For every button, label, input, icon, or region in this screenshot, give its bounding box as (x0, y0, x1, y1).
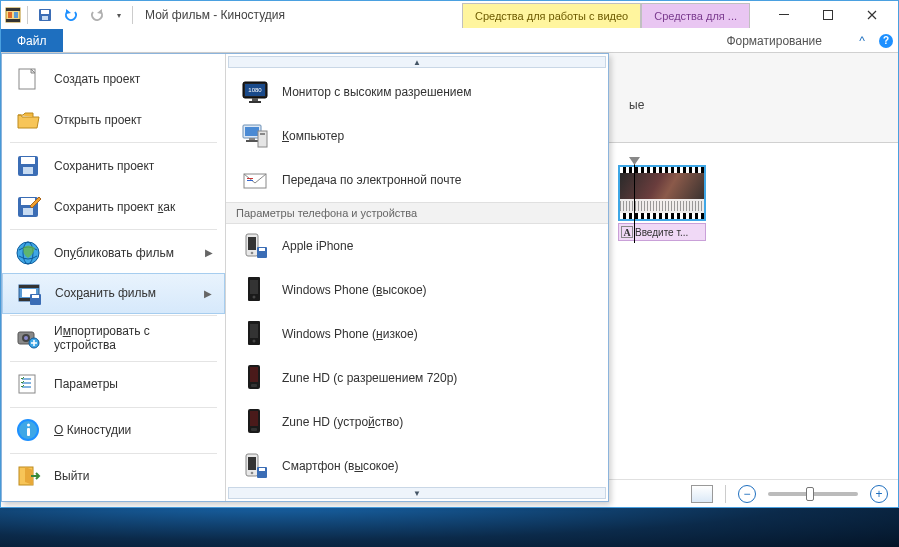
svg-point-52 (251, 252, 254, 255)
thumbnail-size-button[interactable] (691, 485, 713, 503)
label: Zune HD (устройство) (282, 415, 403, 429)
context-tab-video[interactable]: Средства для работы с видео (462, 3, 641, 28)
svg-rect-12 (21, 157, 35, 164)
qat-redo-button[interactable] (86, 4, 108, 26)
monitor-icon: 1080 (240, 78, 268, 106)
submenu-iphone[interactable]: Apple iPhone (226, 224, 608, 268)
computer-icon (240, 122, 268, 150)
close-button[interactable] (850, 1, 894, 29)
collapse-ribbon-button[interactable]: ^ (850, 29, 874, 52)
minimize-button[interactable] (762, 1, 806, 29)
submenu-computer[interactable]: Компьютер (226, 114, 608, 158)
label: Компьютер (282, 129, 344, 143)
label: Apple iPhone (282, 239, 353, 253)
file-menu-about[interactable]: О Киностудии (2, 410, 225, 451)
caption-text: Введите т... (635, 227, 688, 238)
svg-rect-39 (252, 98, 258, 101)
zoom-in-button[interactable]: + (870, 485, 888, 503)
options-icon (14, 370, 42, 398)
svg-rect-56 (250, 280, 258, 294)
submenu-section-header: Параметры телефона и устройства (226, 202, 608, 224)
svg-rect-51 (248, 237, 256, 250)
exit-icon (14, 462, 42, 490)
label: Сохранить проект как (54, 200, 175, 214)
svg-rect-71 (259, 468, 265, 471)
svg-rect-33 (27, 428, 30, 436)
qat-undo-button[interactable] (60, 4, 82, 26)
svg-rect-1 (6, 8, 20, 11)
label: Windows Phone (высокое) (282, 283, 427, 297)
zoom-slider[interactable] (768, 492, 858, 496)
chevron-right-icon: ▶ (204, 288, 212, 299)
svg-rect-46 (260, 133, 265, 135)
label: Zune HD (с разрешением 720p) (282, 371, 457, 385)
desktop-background (0, 508, 899, 547)
file-menu: Создать проект Открыть проект Сохранить … (1, 53, 609, 502)
submenu-zune-720p[interactable]: Zune HD (с разрешением 720p) (226, 356, 608, 400)
open-icon (14, 106, 42, 134)
file-tab[interactable]: Файл (1, 29, 63, 52)
file-menu-publish[interactable]: Опубликовать фильм ▶ (2, 232, 225, 273)
separator (132, 6, 133, 24)
submenu-zune-device[interactable]: Zune HD (устройство) (226, 400, 608, 444)
zoom-out-button[interactable]: − (738, 485, 756, 503)
svg-rect-13 (23, 167, 33, 174)
file-menu-exit[interactable]: Выйти (2, 456, 225, 497)
file-menu-save-as[interactable]: Сохранить проект как (2, 186, 225, 227)
format-tab[interactable]: Форматирование (698, 29, 850, 52)
svg-rect-7 (42, 16, 48, 20)
ribbon-tabs: Файл Форматирование ^ ? (1, 29, 898, 53)
svg-rect-59 (250, 324, 258, 338)
info-icon (14, 416, 42, 444)
label: Сохранить фильм (55, 286, 156, 300)
file-menu-save[interactable]: Сохранить проект (2, 145, 225, 186)
label: Сохранить проект (54, 159, 154, 173)
playhead[interactable] (634, 161, 635, 243)
context-tab-other[interactable]: Средства для ... (641, 3, 750, 28)
smartphone-icon (240, 452, 268, 480)
video-clip[interactable] (618, 165, 706, 221)
submenu-email[interactable]: Передача по электронной почте (226, 158, 608, 202)
svg-rect-42 (245, 127, 259, 136)
text-icon: A (621, 226, 633, 238)
label: Создать проект (54, 72, 140, 86)
file-menu-right: ▲ 1080 Монитор с высоким разрешением Ком… (226, 54, 608, 501)
file-menu-save-movie[interactable]: Сохранить фильм ▶ (2, 273, 225, 314)
submenu-hd-monitor[interactable]: 1080 Монитор с высоким разрешением (226, 70, 608, 114)
submenu-wp-high[interactable]: Windows Phone (высокое) (226, 268, 608, 312)
zune-icon (240, 364, 268, 392)
file-menu-left: Создать проект Открыть проект Сохранить … (2, 54, 226, 501)
window-title: Мой фильм - Киностудия (145, 8, 285, 22)
separator (725, 485, 726, 503)
svg-rect-9 (824, 11, 833, 20)
timeline-clips: A Введите т... (618, 165, 706, 241)
label: О Киностудии (54, 423, 131, 437)
qat-save-button[interactable] (34, 4, 56, 26)
help-button[interactable]: ? (874, 29, 898, 52)
svg-rect-6 (41, 10, 49, 14)
context-tabs: Средства для работы с видео Средства для… (462, 3, 750, 28)
file-menu-new[interactable]: Создать проект (2, 58, 225, 99)
label: Windows Phone (низкое) (282, 327, 418, 341)
new-project-icon (14, 65, 42, 93)
label: Выйти (54, 469, 90, 483)
maximize-button[interactable] (806, 1, 850, 29)
svg-rect-21 (19, 285, 39, 288)
submenu-smartphone-high[interactable]: Смартфон (высокое) (226, 444, 608, 485)
qat-customize-button[interactable]: ▾ (112, 4, 126, 26)
save-movie-icon (15, 279, 43, 307)
file-menu-options[interactable]: Параметры (2, 364, 225, 405)
scroll-down-button[interactable]: ▼ (228, 487, 606, 499)
separator (27, 6, 28, 24)
label: Передача по электронной почте (282, 173, 461, 187)
chevron-right-icon: ▶ (205, 247, 213, 258)
app-window: ▾ Мой фильм - Киностудия Средства для ра… (0, 0, 899, 508)
caption-clip[interactable]: A Введите т... (618, 223, 706, 241)
file-menu-open[interactable]: Открыть проект (2, 99, 225, 140)
svg-point-28 (24, 336, 28, 340)
label: Опубликовать фильм (54, 246, 174, 260)
svg-point-60 (253, 340, 256, 343)
submenu-wp-low[interactable]: Windows Phone (низкое) (226, 312, 608, 356)
file-menu-import[interactable]: Импортировать с устройства (2, 318, 225, 359)
scroll-up-button[interactable]: ▲ (228, 56, 606, 68)
